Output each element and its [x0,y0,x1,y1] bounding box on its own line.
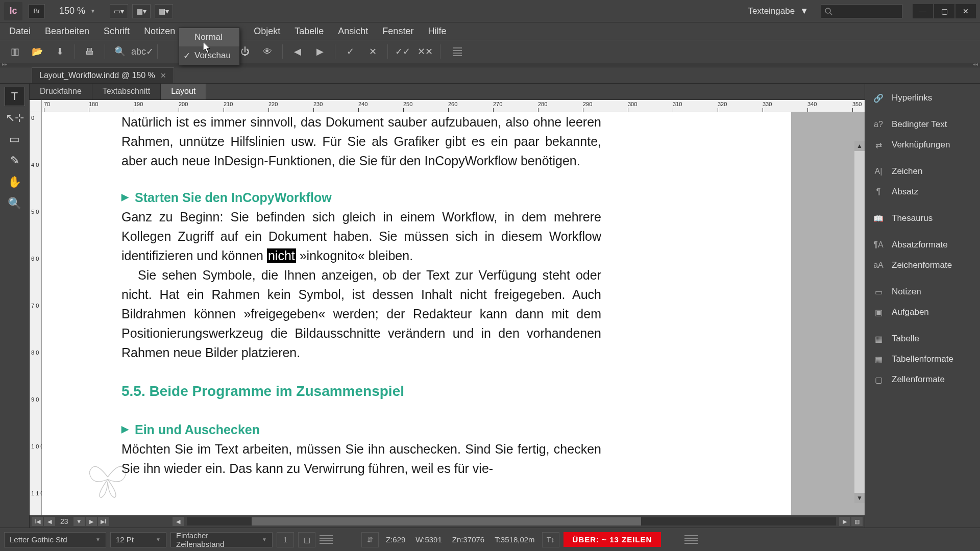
reject-change-button[interactable]: ✕ [362,42,383,61]
minimize-button[interactable]: — [913,4,933,18]
menu-notizen[interactable]: Notizen [137,23,182,40]
zoom-tool[interactable]: 🔍 [5,194,25,213]
tools-panel: T ↖⊹ ▭ ✎ ✋ 🔍 [0,84,30,528]
panel-table[interactable]: ▦Tabelle [865,329,980,349]
panel-hyperlinks[interactable]: 🔗Hyperlinks [865,88,980,108]
vertical-scrollbar[interactable]: ▲ ▼ [854,141,865,503]
show-changes-toggle[interactable]: 👁 [257,42,278,61]
tab-layout[interactable]: Layout [161,84,206,99]
triangle-icon: ▶ [121,422,129,436]
note-tool[interactable]: ▭ [5,130,25,149]
next-change-button[interactable]: ▶ [309,42,331,61]
menu-objekt[interactable]: Objekt [247,23,287,40]
scroll-right-button[interactable]: ▶ [839,517,850,526]
find-button[interactable]: 🔍 [109,42,131,61]
tab-story[interactable]: Textabschnitt [92,84,161,99]
depth-icon: T↕ [542,532,559,547]
page-area[interactable]: Natürlich ist es immer sinnvoll, das Dok… [42,112,865,515]
eyedropper-tool[interactable]: ✎ [5,151,25,170]
scroll-down-icon[interactable]: ▼ [854,493,865,503]
panel-paragraph[interactable]: ¶Absatz [865,182,980,202]
panel-conditional-text[interactable]: a?Bedingter Text [865,114,980,135]
workspace-switcher[interactable]: Texteingabe ▼ [742,4,815,18]
scroll-left-button[interactable]: ◀ [173,517,184,526]
panel-thesaurus[interactable]: 📖Thesaurus [865,208,980,229]
prev-change-button[interactable]: ◀ [287,42,308,61]
chevron-down-icon: ▼ [90,8,95,14]
first-page-button[interactable]: I◀ [32,517,43,526]
accept-change-button[interactable]: ✓ [339,42,361,61]
reject-all-button[interactable]: ✕✕ [414,42,436,61]
panel-collapse-bar[interactable] [0,63,980,67]
body-text[interactable]: Natürlich ist es immer sinnvoll, das Dok… [121,112,601,170]
maximize-button[interactable]: ▢ [934,4,954,18]
copyfit-icon: ⇵ [361,532,379,547]
split-view-button[interactable]: ▥ [851,517,863,526]
font-size-combo[interactable]: 12 Pt▼ [110,532,166,547]
zoom-value: 150 % [59,6,85,16]
panel-notes[interactable]: ▭Notizen [865,282,980,302]
body-text[interactable]: Sie sehen Symbole, die Ihnen anzeigen, o… [121,265,601,362]
menu-icon[interactable] [320,535,333,544]
font-family-combo[interactable]: Letter Gothic Std▼ [4,532,106,547]
screen-mode-button[interactable]: ▭▾ [110,4,128,18]
dropdown-item-preview[interactable]: ✓ Vorschau [179,46,239,65]
zoom-level[interactable]: 150 % ▼ [55,4,100,18]
page-number[interactable]: 23 [56,517,72,525]
subheading[interactable]: ▶Ein und Auschecken [121,420,601,439]
text-frame[interactable]: Natürlich ist es immer sinnvoll, das Dok… [121,112,601,478]
accept-all-button[interactable]: ✓✓ [392,42,413,61]
menu-bearbeiten[interactable]: Bearbeiten [38,23,96,40]
columns-icon[interactable]: 1 [277,532,294,547]
menu-datei[interactable]: Datei [2,23,38,40]
body-text[interactable]: Möchten Sie im Text arbeiten, müssen Sie… [121,439,601,478]
notes-icon: ▭ [872,287,885,297]
toolbar-menu-icon[interactable] [450,42,465,61]
scroll-up-icon[interactable]: ▲ [854,141,865,151]
section-heading[interactable]: 5.5. Beide Programme im Zusammenspiel [121,381,601,403]
subheading[interactable]: ▶Starten Sie den InCopyWorkflow [121,188,601,207]
arrange-docs-button[interactable]: ▤▾ [155,4,173,18]
panel-assignments[interactable]: ▣Aufgaben [865,302,980,322]
close-tab-icon[interactable]: ✕ [160,71,166,80]
parastyle-icon: ¶A [872,240,885,250]
close-button[interactable]: ✕ [955,4,976,18]
menu-schrift[interactable]: Schrift [96,23,137,40]
align-icon[interactable]: ▤ [298,532,315,547]
tab-galley[interactable]: Druckfahne [30,84,92,99]
body-text[interactable]: Ganz zu Beginn: Sie befinden sich gleich… [121,207,601,265]
statusbar: Letter Gothic Std▼ 12 Pt▼ Einfacher Zeil… [0,528,980,551]
horizontal-scrollbar[interactable] [187,517,836,525]
open-button[interactable]: 📂 [27,42,48,61]
new-button[interactable]: ▥ [4,42,26,61]
selected-text[interactable]: nicht [267,248,296,263]
panel-crossrefs[interactable]: ⇄Verknüpfungen [865,135,980,155]
status-z: Z:629 [383,535,408,544]
print-button[interactable]: 🖶 [79,42,101,61]
next-page-button[interactable]: ▶ [86,517,97,526]
view-options-button[interactable]: ▦▾ [132,4,151,18]
bridge-button[interactable]: Br [29,4,45,18]
menu-tabelle[interactable]: Tabelle [287,23,331,40]
panel-table-styles[interactable]: ▦Tabellenformate [865,349,980,369]
leading-combo[interactable]: Einfacher Zeilenabstand▼ [170,532,273,547]
dropdown-item-normal[interactable]: Normal [179,28,239,46]
last-page-button[interactable]: ▶I [98,517,109,526]
hand-tool[interactable]: ✋ [5,172,25,192]
panel-character-styles[interactable]: aAZeichenformate [865,255,980,276]
panel-character[interactable]: A|Zeichen [865,161,980,182]
panel-cell-styles[interactable]: ▢Zellenformate [865,369,980,390]
search-box[interactable] [821,4,902,18]
save-button[interactable]: ⬇ [49,42,70,61]
menu-hilfe[interactable]: Hilfe [421,23,453,40]
menu-fenster[interactable]: Fenster [375,23,421,40]
page-dropdown[interactable]: ▼ [74,517,85,526]
document-tab[interactable]: Layout_Workflow.indd @ 150 % ✕ [32,67,174,83]
menu-ansicht[interactable]: Ansicht [331,23,375,40]
spellcheck-button[interactable]: abc✓ [132,42,153,61]
menu-icon[interactable] [684,535,698,544]
type-tool[interactable]: T [5,87,25,106]
prev-page-button[interactable]: ◀ [44,517,55,526]
position-tool[interactable]: ↖⊹ [5,108,25,128]
panel-paragraph-styles[interactable]: ¶AAbsatzformate [865,235,980,255]
